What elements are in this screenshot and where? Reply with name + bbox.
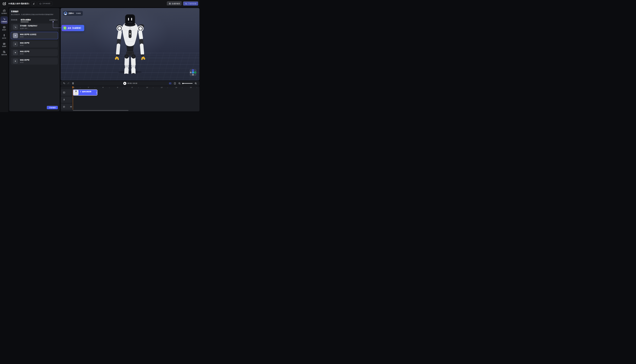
ruler-tick bbox=[182, 87, 182, 88]
play-icon bbox=[124, 82, 126, 84]
sidebar-item-label: 音频库 bbox=[2, 46, 6, 48]
ruler-tick bbox=[80, 87, 80, 88]
audio-item-duration: 00:03 bbox=[20, 53, 30, 55]
rename-project-button[interactable] bbox=[31, 2, 36, 6]
timeline-zoom-slider[interactable] bbox=[182, 83, 193, 84]
tab-add-audio[interactable]: 添加音频 bbox=[11, 19, 17, 21]
zoom-in-icon[interactable] bbox=[195, 82, 197, 84]
cloud-unsaved-icon bbox=[39, 3, 42, 4]
sidebar-item-motion-library[interactable]: 动作库 bbox=[0, 33, 8, 40]
robot-model[interactable] bbox=[111, 14, 149, 74]
panel-title: 音频编排 bbox=[11, 10, 19, 13]
zoom-out-icon[interactable] bbox=[178, 82, 181, 84]
sidebar-item-my-tasks[interactable]: 我的任务 bbox=[0, 50, 8, 57]
start-arrange-button[interactable]: 开始编排 bbox=[47, 106, 58, 110]
robot-3d-viewport[interactable]: 灵犀X2 青春版 Z Y X bbox=[61, 8, 199, 80]
ruler-tick bbox=[168, 87, 168, 88]
ruler-cell: 14f bbox=[175, 87, 190, 88]
sparkles-icon bbox=[3, 18, 6, 20]
play-audio-button[interactable] bbox=[13, 58, 18, 64]
file-unsaved-button[interactable]: 文件未保存 bbox=[37, 2, 52, 6]
audio-item-selected[interactable]: 哈哈大笑声音-点击状态 00:03 bbox=[11, 32, 58, 39]
robot-edition: 青春版 bbox=[76, 12, 81, 14]
deploy-to-device-button[interactable]: 下发到设备 bbox=[183, 2, 198, 6]
synth-voice-link[interactable]: 合成语音 bbox=[49, 19, 57, 21]
sidebar-item-motion-mimic[interactable]: 动作模仿 bbox=[0, 8, 8, 16]
sidebar-item-label: 音频编排 bbox=[2, 21, 7, 22]
audio-item[interactable]: 哈哈大笑声音 00:03 bbox=[11, 58, 58, 64]
clip-trim-handle-right[interactable] bbox=[96, 92, 97, 94]
play-audio-button[interactable] bbox=[13, 33, 18, 38]
play-audio-button[interactable] bbox=[13, 42, 18, 47]
ruler-label: 14f bbox=[175, 87, 177, 88]
audio-track-header[interactable] bbox=[61, 104, 72, 110]
audio-item-duration: 00:03 bbox=[20, 36, 36, 38]
panel-description: 通过音频处理，生成音频素材以及融合动作和表情的音频编排素材 bbox=[11, 14, 58, 16]
sidebar-item-label: 我的任务 bbox=[2, 54, 7, 56]
timeline-ruler[interactable]: 0f2f4f6f8f10f12f14f16f bbox=[73, 87, 199, 88]
ruler-cell: 8f bbox=[131, 87, 146, 88]
audio-arrange-panel: 音频编排 通过音频处理，生成音频素材以及融合动作和表情的音频编排素材 添加音频 … bbox=[9, 8, 60, 111]
tasks-icon bbox=[3, 50, 6, 54]
robot-face-icon bbox=[63, 92, 65, 94]
clapperboard-icon bbox=[3, 9, 6, 12]
motion-track-header[interactable] bbox=[61, 96, 72, 103]
app-window: A1机器人动作-我的项目1 文件未保存 合成并保存 下发到设备 动作模仿 bbox=[0, 0, 199, 112]
robot-deploy-icon bbox=[185, 3, 187, 4]
sidebar-item-expression-library[interactable]: 表情库 bbox=[0, 25, 8, 32]
robot-name: 灵犀X2 bbox=[69, 12, 74, 14]
sidebar-item-audio-arrange[interactable]: 音频编排 bbox=[1, 16, 8, 24]
ruler-label: 2f bbox=[88, 87, 89, 88]
play-button[interactable] bbox=[123, 82, 126, 85]
sidebar-item-audio-library[interactable]: 音频库 bbox=[0, 41, 8, 48]
audio-item-duration: 00:03 bbox=[20, 44, 30, 46]
audio-item-title: 哈哈大笑声音 bbox=[20, 50, 30, 52]
timeline-horizontal-scrollbar[interactable] bbox=[73, 110, 128, 111]
ruler-tick bbox=[124, 87, 124, 88]
deploy-button-label: 下发到设备 bbox=[188, 2, 196, 5]
fit-width-icon[interactable] bbox=[174, 82, 176, 84]
redo-icon[interactable] bbox=[67, 82, 70, 84]
play-icon bbox=[14, 60, 17, 62]
project-title: A1机器人动作-我的项目1 bbox=[9, 2, 29, 5]
audio-item[interactable]: 哈哈大笑声音 00:03 bbox=[11, 40, 58, 48]
ruler-tick bbox=[138, 87, 139, 88]
badge-divider bbox=[75, 12, 75, 14]
play-audio-button[interactable] bbox=[13, 50, 18, 55]
chevron-right-icon bbox=[56, 19, 57, 21]
robot-face-icon bbox=[3, 26, 6, 28]
audio-item[interactable]: 哈哈大笑声音 00:03 bbox=[11, 49, 58, 56]
time-display: 00:00 / 00:30 bbox=[127, 82, 137, 84]
synth-voice-link-label: 合成语音 bbox=[49, 19, 56, 21]
timeline-zoom-slider-thumb[interactable] bbox=[182, 83, 183, 84]
guide-tooltip-text: 点击【合成语音】 bbox=[68, 27, 82, 29]
unsaved-status-label: 文件未保存 bbox=[43, 2, 51, 5]
speaker-icon[interactable] bbox=[70, 106, 72, 108]
add-clip-track-icon[interactable] bbox=[169, 82, 171, 84]
guide-step-badge: 1 bbox=[63, 26, 66, 30]
ruler-label: 16f bbox=[190, 87, 192, 88]
undo-icon[interactable] bbox=[63, 82, 65, 84]
ruler-label: 8f bbox=[132, 87, 133, 88]
gizmo-y-label: Y bbox=[193, 72, 193, 73]
audio-item-title: 哈哈大笑声音-点击状态 bbox=[20, 34, 36, 36]
timeline-panel: 0f2f4f6f8f10f12f14f16f 超帅走路姿势 bbox=[61, 86, 199, 111]
app-logo-robot-icon bbox=[2, 2, 6, 6]
audio-item-status: 生成中 30% ... bbox=[20, 28, 38, 29]
trash-icon[interactable] bbox=[72, 82, 74, 84]
timeline-clip-walk-pose[interactable]: 超帅走路姿势 bbox=[73, 90, 97, 96]
clip-trim-handle-left[interactable] bbox=[74, 92, 74, 94]
synthesize-and-save-button[interactable]: 合成并保存 bbox=[167, 2, 182, 6]
tab-use-synth-material[interactable]: 使用合成素材 bbox=[21, 19, 31, 21]
robot-model-badge[interactable]: 灵犀X2 青春版 bbox=[63, 11, 83, 16]
guide-connector-horizontal bbox=[54, 28, 61, 28]
running-person-icon bbox=[80, 91, 81, 92]
expression-track-header[interactable] bbox=[61, 89, 72, 96]
ruler-cell: 4f bbox=[102, 87, 117, 88]
axis-gizmo[interactable]: Z Y X bbox=[190, 69, 196, 76]
audio-item-generating[interactable]: 百年难得一见的练武奇才 生成中 30% ... bbox=[11, 24, 58, 30]
ruler-cell: 12f bbox=[160, 87, 175, 88]
audio-item-title: 哈哈大笑声音 bbox=[20, 42, 30, 44]
robot-avatar bbox=[64, 12, 67, 15]
clip-label: 超帅走路姿势 bbox=[82, 90, 91, 93]
